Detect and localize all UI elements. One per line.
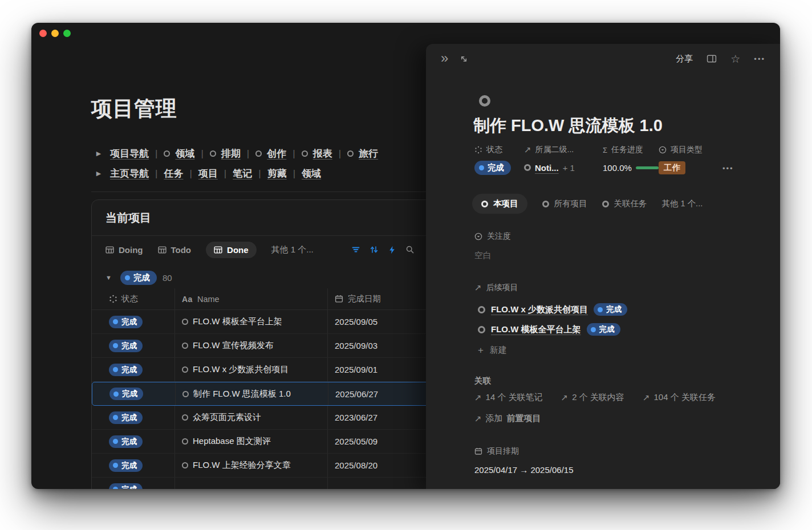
toggle-triangle-icon[interactable]: ▶ [94,170,104,177]
nav-separator: | [339,148,341,160]
nav-link-clips[interactable]: 剪藏 [267,167,287,180]
nav-link-project-nav[interactable]: 项目导航 [110,147,149,160]
property-label-parent: ↗ 所属二级... [524,145,603,155]
favorite-star-icon[interactable]: ☆ [730,52,740,66]
table-view-icon [158,246,167,254]
side-panel-icon[interactable] [707,54,717,63]
automation-bolt-icon[interactable] [388,246,396,254]
select-icon [474,233,482,240]
relation-arrow-icon: ↗ [474,393,482,403]
app-window: 项目管理 ▶ 项目导航 | 领域 | 排期 | 创作 | 报表 | 旅行 ▶ 主… [31,23,780,489]
page-ring-icon [164,150,170,157]
text-type-icon: Aa [182,295,193,304]
database-toolbar [351,236,415,263]
view-tab-todo[interactable]: Todo [158,245,192,255]
nav-link-domain[interactable]: 领域 [302,167,321,180]
minimize-window-button[interactable] [51,30,59,37]
page-ring-icon [602,201,609,207]
nav-separator: | [201,148,203,160]
relation-arrow-icon: ↗ [643,393,650,403]
peek-page-title[interactable]: 制作 FLO.W 思流模板 1.0 [473,115,663,137]
view-tab-more[interactable]: 其他 1 个... [271,244,314,255]
tab-this-project[interactable]: 本项目 [472,194,527,214]
status-spinner-icon [109,295,117,303]
property-label-status: 状态 [474,145,524,155]
select-icon [659,146,667,154]
nav-link-notes[interactable]: 笔记 [233,167,252,180]
page-ring-icon [182,366,188,373]
status-pill: 完成 [109,316,143,328]
close-peek-icon[interactable]: » [441,51,448,65]
side-peek-panel: » 分享 ☆ ••• 制作 FLO.W 思流模板 1.0 [426,44,780,489]
status-spinner-icon [474,146,482,154]
page-ring-icon [478,326,485,333]
status-pill[interactable]: 完成 [120,271,157,285]
nav-item-create[interactable]: 创作 [255,147,286,160]
nav-item-travel[interactable]: 旅行 [347,147,378,160]
new-item-button[interactable]: + 新建 [478,345,507,356]
tab-related-tasks[interactable]: 关联任务 [602,198,647,209]
tab-all-projects[interactable]: 所有项目 [542,198,587,209]
related-tasks-link[interactable]: ↗104 个 关联任务 [643,392,716,403]
zoom-window-button[interactable] [63,30,71,37]
status-pill: 完成 [109,364,143,376]
add-predecessor-link[interactable]: ↗ 添加 前置项目 [474,413,541,424]
related-content-link[interactable]: ↗2 个 关联内容 [561,392,624,403]
nav-link-projects[interactable]: 项目 [198,167,218,180]
related-notes-link[interactable]: ↗14 个 关联笔记 [474,392,543,403]
focus-section-label[interactable]: 关注度 [474,231,511,242]
schedule-dates[interactable]: 2025/04/17 → 2025/06/15 [474,465,573,475]
page-ring-icon [302,150,308,157]
nav-separator: | [293,148,295,160]
column-header-status[interactable]: 状态 [104,288,174,309]
followup-item[interactable]: FLO.W 模板全平台上架 完成 [478,323,620,336]
column-header-name[interactable]: Aa Name [174,288,327,309]
page-ring-icon [542,201,549,207]
relation-arrow-icon: ↗ [474,283,482,293]
view-tab-doing[interactable]: Doing [105,245,143,255]
view-tab-done[interactable]: Done [206,242,257,258]
status-pill: 完成 [109,483,143,490]
share-button[interactable]: 分享 [676,54,693,64]
search-icon[interactable] [405,245,415,254]
page-title[interactable]: 项目管理 [91,95,177,123]
expand-page-icon[interactable] [460,55,468,63]
sum-icon: Σ [603,146,607,154]
focus-value-empty[interactable]: 空白 [474,250,492,261]
nav-row-projects: ▶ 项目导航 | 领域 | 排期 | 创作 | 报表 | 旅行 [94,147,378,160]
page-ring-icon [182,319,188,325]
followup-item[interactable]: FLO.W x 少数派共创项目 完成 [478,303,627,316]
page-icon[interactable] [479,95,490,107]
window-controls [39,30,71,37]
more-options-icon[interactable]: ••• [754,55,765,63]
schedule-section-label[interactable]: 项目排期 [474,446,519,456]
nav-item-schedule[interactable]: 排期 [210,147,241,160]
table-view-icon [214,246,222,254]
relation-arrow-icon: ↗ [474,414,482,424]
followup-section-label[interactable]: ↗ 后续项目 [474,283,518,293]
nav-link-home-nav[interactable]: 主页导航 [110,167,149,180]
page-ring-icon [210,150,216,157]
property-label-type: 项目类型 [659,145,703,155]
tab-more[interactable]: 其他 1 个... [662,198,703,209]
sort-icon[interactable] [370,245,379,254]
nav-separator: | [224,168,226,180]
toggle-triangle-icon[interactable]: ▶ [94,150,104,157]
nav-link-tasks[interactable]: 任务 [164,167,183,180]
relation-arrow-icon: ↗ [524,145,531,155]
page-ring-icon [255,150,262,157]
close-window-button[interactable] [39,30,47,37]
more-properties-icon[interactable]: ••• [722,164,734,173]
plus-icon: + [478,345,484,355]
relations-heading: 关联 [474,376,491,386]
nav-separator: | [247,148,249,160]
nav-item-report[interactable]: 报表 [302,147,332,160]
nav-row-home: ▶ 主页导航 | 任务 | 项目 | 笔记 | 剪藏 | 领域 [94,167,321,180]
relation-links: ↗14 个 关联笔记 ↗2 个 关联内容 ↗104 个 关联任务 [474,392,716,403]
status-pill: 完成 [474,161,511,175]
nav-item-domain[interactable]: 领域 [164,147,194,160]
relation-arrow-icon: ↗ [561,393,569,403]
status-pill: 完成 [587,323,620,336]
filter-icon[interactable] [351,245,360,254]
collapse-triangle-icon[interactable]: ▼ [105,274,115,281]
